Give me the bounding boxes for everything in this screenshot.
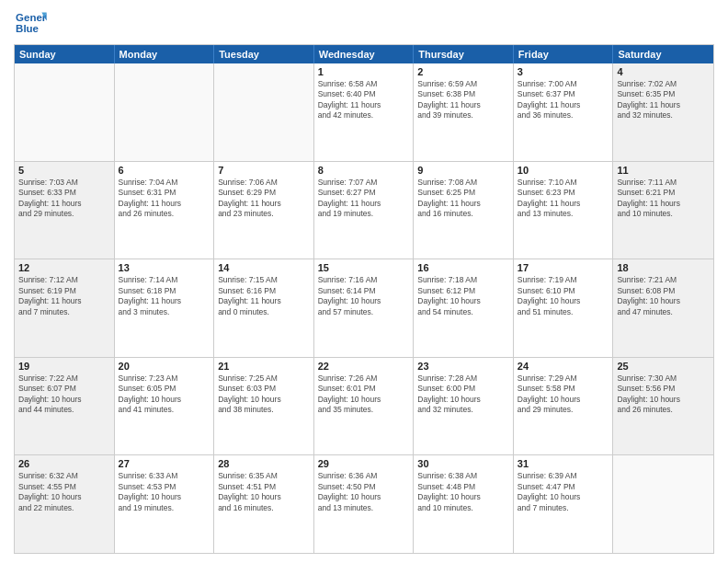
day-info: Sunrise: 7:16 AM Sunset: 6:14 PM Dayligh…: [318, 275, 410, 317]
day-info: Sunrise: 7:10 AM Sunset: 6:23 PM Dayligh…: [518, 178, 609, 220]
day-number: 2: [417, 66, 509, 77]
day-info: Sunrise: 7:15 AM Sunset: 6:16 PM Dayligh…: [218, 275, 310, 317]
day-cell-29: 29Sunrise: 6:36 AM Sunset: 4:50 PM Dayli…: [314, 455, 415, 553]
day-info: Sunrise: 7:06 AM Sunset: 6:29 PM Dayligh…: [218, 178, 310, 220]
calendar-header: SundayMondayTuesdayWednesdayThursdayFrid…: [15, 45, 713, 63]
day-cell-22: 22Sunrise: 7:26 AM Sunset: 6:01 PM Dayli…: [314, 358, 415, 455]
day-number: 4: [617, 66, 710, 77]
day-number: 1: [318, 66, 410, 77]
day-info: Sunrise: 7:02 AM Sunset: 6:35 PM Dayligh…: [617, 79, 710, 121]
weekday-header-tuesday: Tuesday: [214, 45, 314, 63]
day-info: Sunrise: 7:14 AM Sunset: 6:18 PM Dayligh…: [119, 275, 210, 317]
weekday-header-sunday: Sunday: [15, 45, 115, 63]
empty-cell: [214, 63, 314, 161]
day-cell-30: 30Sunrise: 6:38 AM Sunset: 4:48 PM Dayli…: [414, 455, 514, 553]
page: General Blue SundayMondayTuesdayWednesda…: [0, 0, 728, 563]
day-cell-28: 28Sunrise: 6:35 AM Sunset: 4:51 PM Dayli…: [214, 455, 314, 553]
day-cell-10: 10Sunrise: 7:10 AM Sunset: 6:23 PM Dayli…: [514, 162, 614, 259]
day-cell-11: 11Sunrise: 7:11 AM Sunset: 6:21 PM Dayli…: [613, 162, 713, 259]
day-number: 13: [119, 262, 210, 273]
day-info: Sunrise: 7:00 AM Sunset: 6:37 PM Dayligh…: [518, 79, 609, 121]
day-number: 24: [518, 361, 609, 372]
day-info: Sunrise: 7:29 AM Sunset: 5:58 PM Dayligh…: [518, 373, 609, 416]
day-number: 27: [119, 458, 210, 469]
day-cell-7: 7Sunrise: 7:06 AM Sunset: 6:29 PM Daylig…: [214, 162, 314, 259]
day-number: 28: [218, 458, 310, 469]
day-info: Sunrise: 7:30 AM Sunset: 5:56 PM Dayligh…: [617, 373, 710, 416]
day-info: Sunrise: 7:04 AM Sunset: 6:31 PM Dayligh…: [119, 178, 210, 220]
empty-cell: [613, 455, 713, 553]
day-info: Sunrise: 7:22 AM Sunset: 6:07 PM Dayligh…: [18, 373, 110, 416]
day-number: 22: [318, 361, 410, 372]
day-cell-4: 4Sunrise: 7:02 AM Sunset: 6:35 PM Daylig…: [613, 63, 713, 161]
day-number: 19: [18, 361, 110, 372]
day-cell-3: 3Sunrise: 7:00 AM Sunset: 6:37 PM Daylig…: [514, 63, 614, 161]
day-info: Sunrise: 7:26 AM Sunset: 6:01 PM Dayligh…: [318, 373, 410, 416]
logo: General Blue: [14, 9, 47, 37]
day-cell-17: 17Sunrise: 7:19 AM Sunset: 6:10 PM Dayli…: [514, 259, 614, 357]
day-number: 15: [318, 262, 410, 273]
calendar-week-1: 1Sunrise: 6:58 AM Sunset: 6:40 PM Daylig…: [15, 63, 713, 161]
day-number: 23: [417, 361, 509, 372]
day-number: 14: [218, 262, 310, 273]
day-cell-5: 5Sunrise: 7:03 AM Sunset: 6:33 PM Daylig…: [15, 162, 115, 259]
weekday-header-friday: Friday: [514, 45, 614, 63]
day-cell-16: 16Sunrise: 7:18 AM Sunset: 6:12 PM Dayli…: [414, 259, 514, 357]
calendar-body: 1Sunrise: 6:58 AM Sunset: 6:40 PM Daylig…: [15, 63, 713, 553]
day-info: Sunrise: 7:18 AM Sunset: 6:12 PM Dayligh…: [417, 275, 509, 317]
day-number: 18: [617, 262, 710, 273]
day-cell-12: 12Sunrise: 7:12 AM Sunset: 6:19 PM Dayli…: [15, 259, 115, 357]
day-info: Sunrise: 7:07 AM Sunset: 6:27 PM Dayligh…: [318, 178, 410, 220]
header: General Blue: [14, 9, 714, 37]
day-number: 6: [119, 165, 210, 176]
day-cell-14: 14Sunrise: 7:15 AM Sunset: 6:16 PM Dayli…: [214, 259, 314, 357]
day-info: Sunrise: 7:25 AM Sunset: 6:03 PM Dayligh…: [218, 373, 310, 416]
day-number: 29: [318, 458, 410, 469]
day-cell-1: 1Sunrise: 6:58 AM Sunset: 6:40 PM Daylig…: [314, 63, 415, 161]
day-number: 10: [518, 165, 609, 176]
day-info: Sunrise: 6:36 AM Sunset: 4:50 PM Dayligh…: [318, 471, 410, 513]
day-info: Sunrise: 7:12 AM Sunset: 6:19 PM Dayligh…: [18, 275, 110, 317]
day-cell-23: 23Sunrise: 7:28 AM Sunset: 6:00 PM Dayli…: [414, 358, 514, 455]
day-cell-20: 20Sunrise: 7:23 AM Sunset: 6:05 PM Dayli…: [115, 358, 215, 455]
day-number: 11: [617, 165, 710, 176]
day-number: 3: [518, 66, 609, 77]
day-number: 16: [417, 262, 509, 273]
day-number: 20: [119, 361, 210, 372]
day-number: 5: [18, 165, 110, 176]
calendar-week-2: 5Sunrise: 7:03 AM Sunset: 6:33 PM Daylig…: [15, 161, 713, 259]
day-info: Sunrise: 7:03 AM Sunset: 6:33 PM Dayligh…: [18, 178, 110, 220]
day-cell-8: 8Sunrise: 7:07 AM Sunset: 6:27 PM Daylig…: [314, 162, 415, 259]
day-info: Sunrise: 7:19 AM Sunset: 6:10 PM Dayligh…: [518, 275, 609, 317]
day-info: Sunrise: 6:33 AM Sunset: 4:53 PM Dayligh…: [119, 471, 210, 513]
day-cell-21: 21Sunrise: 7:25 AM Sunset: 6:03 PM Dayli…: [214, 358, 314, 455]
weekday-header-thursday: Thursday: [414, 45, 514, 63]
day-number: 30: [417, 458, 509, 469]
day-number: 25: [617, 361, 710, 372]
day-info: Sunrise: 6:35 AM Sunset: 4:51 PM Dayligh…: [218, 471, 310, 513]
day-number: 12: [18, 262, 110, 273]
day-cell-9: 9Sunrise: 7:08 AM Sunset: 6:25 PM Daylig…: [414, 162, 514, 259]
svg-text:General: General: [16, 12, 47, 23]
svg-text:Blue: Blue: [16, 23, 39, 34]
day-cell-15: 15Sunrise: 7:16 AM Sunset: 6:14 PM Dayli…: [314, 259, 415, 357]
day-number: 17: [518, 262, 609, 273]
day-cell-13: 13Sunrise: 7:14 AM Sunset: 6:18 PM Dayli…: [115, 259, 215, 357]
logo-icon: General Blue: [14, 9, 47, 37]
calendar-week-3: 12Sunrise: 7:12 AM Sunset: 6:19 PM Dayli…: [15, 259, 713, 357]
calendar-week-5: 26Sunrise: 6:32 AM Sunset: 4:55 PM Dayli…: [15, 454, 713, 553]
day-number: 31: [518, 458, 609, 469]
weekday-header-wednesday: Wednesday: [314, 45, 415, 63]
empty-cell: [115, 63, 215, 161]
day-info: Sunrise: 6:39 AM Sunset: 4:47 PM Dayligh…: [518, 471, 609, 513]
day-cell-27: 27Sunrise: 6:33 AM Sunset: 4:53 PM Dayli…: [115, 455, 215, 553]
calendar: SundayMondayTuesdayWednesdayThursdayFrid…: [14, 44, 714, 554]
day-info: Sunrise: 7:11 AM Sunset: 6:21 PM Dayligh…: [617, 178, 710, 220]
day-number: 8: [318, 165, 410, 176]
day-cell-24: 24Sunrise: 7:29 AM Sunset: 5:58 PM Dayli…: [514, 358, 614, 455]
day-info: Sunrise: 6:38 AM Sunset: 4:48 PM Dayligh…: [417, 471, 509, 513]
weekday-header-saturday: Saturday: [613, 45, 713, 63]
day-info: Sunrise: 6:58 AM Sunset: 6:40 PM Dayligh…: [318, 79, 410, 121]
day-cell-26: 26Sunrise: 6:32 AM Sunset: 4:55 PM Dayli…: [15, 455, 115, 553]
day-cell-25: 25Sunrise: 7:30 AM Sunset: 5:56 PM Dayli…: [613, 358, 713, 455]
